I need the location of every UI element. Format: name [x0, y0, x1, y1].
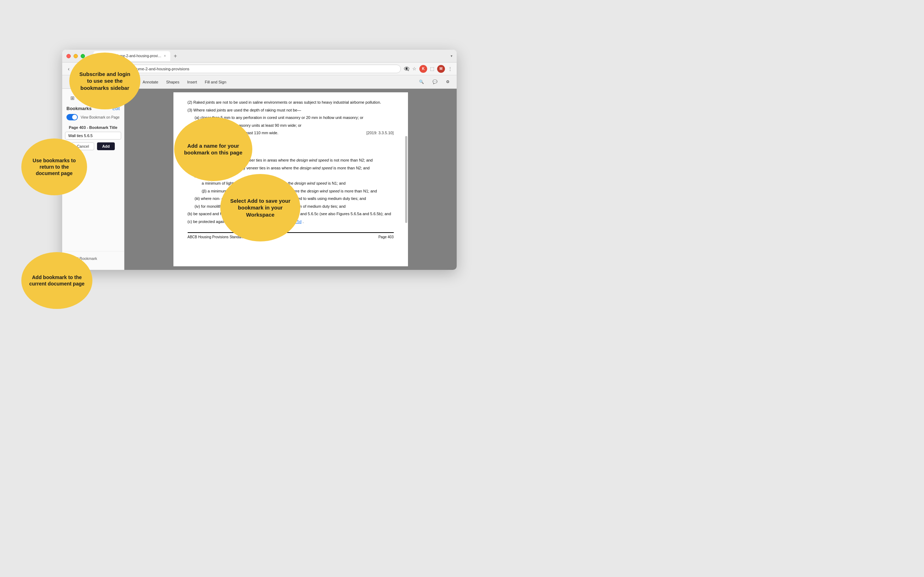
- fill-sign-button[interactable]: Fill and Sign: [202, 79, 229, 85]
- pdf-scrollbar[interactable]: [405, 136, 407, 223]
- minimize-button[interactable]: [74, 54, 78, 58]
- annotate-button[interactable]: Annotate: [140, 79, 161, 85]
- callout-add-name-text: Add a name for your bookmark on this pag…: [181, 142, 245, 156]
- bookmark-name-input[interactable]: [65, 132, 121, 140]
- pdf-footer-right: Page 403: [378, 234, 394, 240]
- toolbar-right: 🔍 💬 ⚙: [416, 78, 452, 85]
- callout-select-add: Select Add to save your bookmark in your…: [220, 174, 300, 242]
- comment-button[interactable]: 💬: [430, 78, 440, 85]
- avatar-k[interactable]: K: [419, 65, 427, 73]
- pdf-ref-1: [2019: 3.3.5.10]: [367, 130, 393, 136]
- eye-slash-icon[interactable]: 👁‍🗨: [404, 66, 409, 71]
- callout-subscribe: Subscribe and login to use see the bookm…: [69, 53, 141, 110]
- shapes-button[interactable]: Shapes: [163, 79, 182, 85]
- close-button[interactable]: [66, 54, 71, 58]
- new-tab-button[interactable]: +: [172, 53, 178, 59]
- star-icon[interactable]: ☆: [412, 66, 417, 71]
- callout-add-bookmark: Add bookmark to the current document pag…: [21, 252, 92, 309]
- pdf-content: (2) Raked joints are not to be used in s…: [124, 89, 457, 270]
- back-button[interactable]: ‹: [66, 65, 71, 73]
- view-bookmark-toggle[interactable]: [66, 114, 78, 120]
- callout-bookmarks-text: Use bookmarks to return to the document …: [28, 157, 80, 177]
- address-icons: 👁‍🗨 ☆ K ⬚ M ⋮: [404, 65, 452, 73]
- pdf-line-2: (2) Raked joints are not to be used in s…: [187, 100, 394, 106]
- callout-add-name: Add a name for your bookmark on this pag…: [174, 117, 252, 181]
- bookmark-page-title: Page 403 - Bookmark Title: [65, 125, 121, 130]
- settings-button[interactable]: ⚙: [443, 78, 452, 85]
- extension-icon[interactable]: ⬚: [430, 66, 434, 71]
- callout-add-bookmark-text: Add bookmark to the current document pag…: [28, 274, 85, 287]
- pdf-footer: ABCB Housing Provisions Standard 2022 (1…: [187, 232, 394, 240]
- insert-button[interactable]: Insert: [184, 79, 200, 85]
- add-button[interactable]: Add: [97, 142, 115, 150]
- avatar-m[interactable]: M: [437, 65, 445, 73]
- callout-subscribe-text: Subscribe and login to use see the bookm…: [76, 71, 133, 92]
- sidebar-title: Bookmarks: [66, 106, 92, 111]
- pdf-line-3: (3) Where raked joints are used the dept…: [187, 107, 394, 114]
- callout-select-add-text: Select Add to save your bookmark in your…: [228, 197, 293, 218]
- toggle-row: View Bookmark on Page: [62, 114, 124, 124]
- tab-close-icon[interactable]: ×: [164, 54, 166, 58]
- callout-bookmarks: Use bookmarks to return to the document …: [21, 139, 87, 195]
- search-button[interactable]: 🔍: [416, 78, 427, 85]
- toggle-label: View Bookmark on Page: [81, 115, 120, 119]
- tab-dropdown-icon[interactable]: ▾: [451, 54, 452, 58]
- more-icon[interactable]: ⋮: [448, 66, 452, 71]
